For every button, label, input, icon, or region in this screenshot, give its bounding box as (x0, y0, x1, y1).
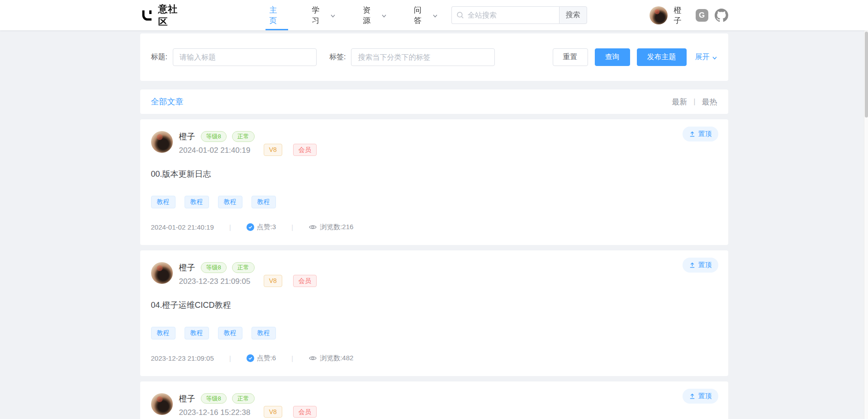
avatar[interactable] (151, 393, 173, 415)
footer-divider: | (229, 354, 231, 362)
post-title[interactable]: 04.橙子运维CICD教程 (151, 300, 716, 311)
level-badge: 等级8 (201, 393, 227, 404)
like-check-icon (247, 354, 254, 362)
post-footer: 2023-12-23 21:09:05 | 点赞:6 | 浏览数:482 (151, 354, 716, 363)
tag-label: 标签: (329, 52, 346, 62)
views-stat: 浏览数:482 (308, 354, 353, 363)
vip-badge: V8 (264, 144, 282, 156)
tag-pill[interactable]: 教程 (218, 196, 242, 208)
title-label: 标题: (151, 52, 167, 62)
tag-pill[interactable]: 教程 (251, 327, 276, 339)
post-tags: 教程 教程 教程 教程 (151, 196, 716, 208)
post-title[interactable]: 00.版本更新日志 (151, 169, 716, 179)
post-card[interactable]: 置顶 橙子 等级8 正常 2023-12-16 15:22:38 V8 会员 (140, 381, 728, 419)
page-scrollbar[interactable] (864, 0, 868, 419)
main-nav: 主页 学习 资源 问答 (256, 0, 451, 30)
level-badge: 等级8 (201, 262, 227, 273)
post-tags: 教程 教程 教程 教程 (151, 327, 716, 339)
pin-upload-icon (689, 393, 696, 400)
pin-label: 置顶 (698, 130, 712, 138)
status-badge: 正常 (232, 262, 255, 273)
navbar-user-area: 橙子 G (650, 5, 728, 26)
status-badge: 正常 (232, 393, 255, 404)
reset-button[interactable]: 重置 (553, 48, 588, 66)
chevron-down-icon (712, 55, 717, 61)
eye-icon (308, 223, 317, 231)
username[interactable]: 橙子 (674, 5, 689, 26)
scrollbar-thumb[interactable] (865, 32, 868, 118)
publish-topic-button[interactable]: 发布主题 (637, 48, 687, 66)
tag-pill[interactable]: 教程 (151, 327, 175, 339)
chevron-down-icon (330, 13, 336, 19)
title-filter: 标题: (151, 48, 317, 66)
nav-item-label: 资源 (363, 5, 378, 26)
chevron-down-icon (381, 13, 387, 19)
brand[interactable]: 意社区 (140, 3, 188, 28)
github-icon[interactable] (715, 9, 728, 22)
post-author[interactable]: 橙子 (179, 131, 195, 142)
all-articles-tab[interactable]: 全部文章 (151, 96, 184, 107)
post-author[interactable]: 橙子 (179, 262, 195, 273)
search-input[interactable] (468, 11, 555, 19)
tag-pill[interactable]: 教程 (185, 327, 209, 339)
post-author[interactable]: 橙子 (179, 393, 195, 404)
footer-time: 2023-12-23 21:09:05 (151, 354, 214, 362)
query-button[interactable]: 查询 (595, 48, 630, 66)
expand-toggle[interactable]: 展开 (695, 52, 717, 62)
pin-upload-icon (689, 262, 696, 268)
tag-pill[interactable]: 教程 (185, 196, 209, 208)
pin-button[interactable]: 置顶 (683, 389, 718, 404)
avatar[interactable] (151, 262, 173, 284)
member-badge: 会员 (293, 275, 317, 287)
post-user-row: 橙子 等级8 正常 2024-01-02 21:40:19 V8 会员 (151, 131, 716, 156)
footer-divider: | (291, 354, 293, 362)
avatar[interactable] (151, 131, 173, 153)
eye-icon (308, 354, 317, 363)
post-user-row: 橙子 等级8 正常 2023-12-23 21:09:05 V8 会员 (151, 262, 716, 287)
pin-label: 置顶 (698, 261, 712, 269)
like-check-icon (247, 223, 254, 231)
tag-pill[interactable]: 教程 (151, 196, 175, 208)
tag-pill[interactable]: 教程 (218, 327, 242, 339)
site-title: 意社区 (158, 3, 188, 28)
views-label: 浏览数:216 (320, 223, 353, 231)
post-user-row: 橙子 等级8 正常 2023-12-16 15:22:38 V8 会员 (151, 393, 716, 418)
search-input-wrap (451, 6, 559, 24)
tag-pill[interactable]: 教程 (251, 196, 276, 208)
nav-item-qa[interactable]: 问答 (400, 0, 451, 30)
title-input[interactable] (173, 48, 317, 66)
status-badge: 正常 (232, 131, 255, 142)
filter-actions: 重置 查询 发布主题 展开 (553, 48, 717, 66)
pin-button[interactable]: 置顶 (683, 258, 718, 273)
sort-newest[interactable]: 最新 (672, 97, 687, 107)
navbar: 意社区 主页 学习 资源 问答 (0, 0, 868, 30)
member-badge: 会员 (293, 144, 317, 156)
nav-item-learn[interactable]: 学习 (298, 0, 349, 30)
gitee-icon[interactable]: G (696, 9, 708, 22)
nav-item-label: 主页 (269, 5, 285, 26)
sort-hottest[interactable]: 最热 (702, 97, 717, 107)
footer-divider: | (291, 223, 293, 231)
avatar[interactable] (650, 6, 668, 24)
post-card[interactable]: 置顶 橙子 等级8 正常 2024-01-02 21:40:19 V8 会员 0… (140, 119, 728, 245)
pin-button[interactable]: 置顶 (683, 127, 718, 141)
filter-bar: 标题: 标签: 重置 查询 发布主题 展开 (140, 33, 728, 81)
expand-label: 展开 (695, 52, 710, 62)
nav-item-label: 学习 (312, 5, 327, 26)
global-search: 搜索 (451, 6, 587, 24)
footer-divider: | (229, 223, 231, 231)
level-badge: 等级8 (201, 131, 227, 142)
post-card[interactable]: 置顶 橙子 等级8 正常 2023-12-23 21:09:05 V8 会员 0… (140, 250, 728, 376)
vip-badge: V8 (264, 406, 282, 418)
likes-stat: 点赞:6 (247, 354, 276, 363)
pin-label: 置顶 (698, 392, 712, 400)
nav-item-home[interactable]: 主页 (256, 0, 298, 30)
post-footer: 2024-01-02 21:40:19 | 点赞:3 | 浏览数:216 (151, 223, 716, 231)
search-button[interactable]: 搜索 (559, 6, 587, 24)
pin-upload-icon (689, 131, 696, 137)
tag-filter: 标签: (329, 48, 495, 66)
nav-item-label: 问答 (414, 5, 429, 26)
search-icon (456, 11, 464, 19)
nav-item-resources[interactable]: 资源 (349, 0, 400, 30)
tag-input[interactable] (351, 48, 495, 66)
